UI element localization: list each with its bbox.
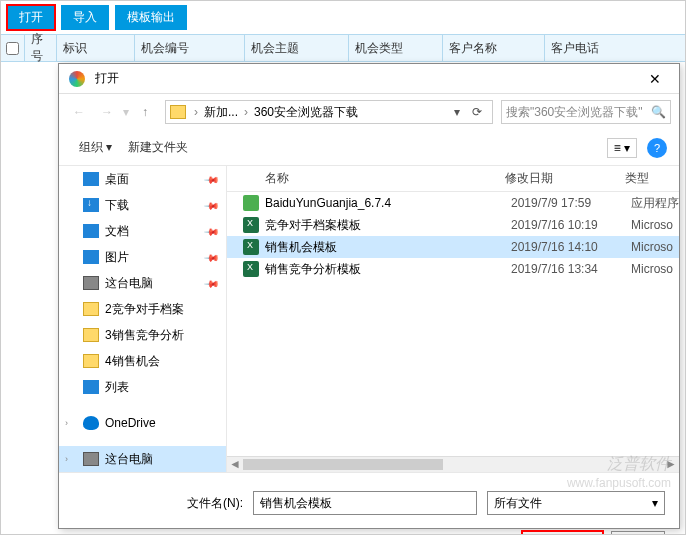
app-icon <box>69 71 85 87</box>
file-date: 2019/7/9 17:59 <box>511 196 631 210</box>
pin-icon: 📌 <box>204 249 220 265</box>
folder-icon <box>83 302 99 316</box>
sidebar-item-desktop[interactable]: 桌面📌 <box>59 166 226 192</box>
sidebar-item-list[interactable]: 列表 <box>59 374 226 400</box>
breadcrumb[interactable]: › 新加... › 360安全浏览器下载 ▾ ⟳ <box>165 100 493 124</box>
file-name: 销售竞争分析模板 <box>265 261 511 278</box>
pin-icon: 📌 <box>204 197 220 213</box>
file-list: 名称 修改日期 类型 BaiduYunGuanjia_6.7.4 2019/7/… <box>227 166 679 472</box>
chevron-right-icon: › <box>192 105 200 119</box>
dialog-navbar: ← → ▾ ↑ › 新加... › 360安全浏览器下载 ▾ ⟳ 搜索"360安… <box>59 94 679 130</box>
sidebar-item-this-pc[interactable]: 这台电脑📌 <box>59 270 226 296</box>
folder-icon <box>83 328 99 342</box>
file-type: Microso <box>631 262 679 276</box>
list-icon <box>83 380 99 394</box>
file-name: BaiduYunGuanjia_6.7.4 <box>265 196 511 210</box>
nav-forward-icon[interactable]: → <box>95 100 119 124</box>
chevron-right-icon: › <box>242 105 250 119</box>
sidebar-item-folder[interactable]: 3销售竞争分析 <box>59 322 226 348</box>
xls-file-icon <box>243 239 259 255</box>
nav-up-icon[interactable]: ↑ <box>133 100 157 124</box>
view-mode-button[interactable]: ≡ ▾ <box>607 138 637 158</box>
sidebar-item-download[interactable]: 下载📌 <box>59 192 226 218</box>
folder-icon <box>170 105 186 119</box>
help-icon[interactable]: ? <box>647 138 667 158</box>
file-date: 2019/7/16 14:10 <box>511 240 631 254</box>
col-cust-name[interactable]: 客户名称 <box>443 35 545 61</box>
file-name: 竞争对手档案模板 <box>265 217 511 234</box>
dialog-footer: 文件名(N): 所有文件▾ 打开(O)▾ 取消 <box>59 472 679 535</box>
refresh-icon[interactable]: ⟳ <box>466 105 488 119</box>
pin-icon: 📌 <box>204 223 220 239</box>
file-row[interactable]: 销售机会模板 2019/7/16 14:10 Microso <box>227 236 679 258</box>
chevron-right-icon[interactable]: › <box>65 454 68 464</box>
file-row[interactable]: 竞争对手档案模板 2019/7/16 10:19 Microso <box>227 214 679 236</box>
file-open-dialog: 打开 ✕ ← → ▾ ↑ › 新加... › 360安全浏览器下载 ▾ ⟳ 搜索… <box>58 63 680 529</box>
scrollbar-thumb[interactable] <box>243 459 443 470</box>
pc-icon <box>83 452 99 466</box>
dialog-titlebar: 打开 ✕ <box>59 64 679 94</box>
pc-icon <box>83 276 99 290</box>
col-opp-type[interactable]: 机会类型 <box>349 35 443 61</box>
open-file-button[interactable]: 打开(O)▾ <box>522 531 603 535</box>
cloud-icon <box>83 416 99 430</box>
search-input[interactable]: 搜索"360安全浏览器下载" 🔍 <box>501 100 671 124</box>
sidebar-item-pictures[interactable]: 图片📌 <box>59 244 226 270</box>
filename-input[interactable] <box>253 491 477 515</box>
select-all-checkbox[interactable] <box>1 35 25 61</box>
col-seq[interactable]: 序号 <box>25 35 57 61</box>
open-button[interactable]: 打开 <box>7 5 55 30</box>
breadcrumb-seg[interactable]: 新加... <box>200 104 242 121</box>
xls-file-icon <box>243 217 259 233</box>
pin-icon: 📌 <box>204 171 220 187</box>
col-name[interactable]: 名称 <box>227 170 495 187</box>
filename-label: 文件名(N): <box>73 495 243 512</box>
col-type[interactable]: 类型 <box>615 170 679 187</box>
cancel-button[interactable]: 取消 <box>611 531 665 535</box>
organize-button[interactable]: 组织 ▾ <box>71 135 120 160</box>
dialog-title: 打开 <box>91 70 635 87</box>
file-date: 2019/7/16 10:19 <box>511 218 631 232</box>
chevron-right-icon[interactable]: › <box>65 418 68 428</box>
col-date[interactable]: 修改日期 <box>495 170 615 187</box>
chevron-down-icon: ▾ <box>652 496 658 510</box>
breadcrumb-seg[interactable]: 360安全浏览器下载 <box>250 104 362 121</box>
file-type: Microso <box>631 218 679 232</box>
file-filter-select[interactable]: 所有文件▾ <box>487 491 665 515</box>
dialog-sidebar: 桌面📌 下载📌 文档📌 图片📌 这台电脑📌 2竞争对手档案 3销售竞争分析 4销… <box>59 166 227 472</box>
file-name: 销售机会模板 <box>265 239 511 256</box>
import-button[interactable]: 导入 <box>61 5 109 30</box>
file-type: 应用程序 <box>631 195 679 212</box>
pictures-icon <box>83 250 99 264</box>
desktop-icon <box>83 172 99 186</box>
template-export-button[interactable]: 模板输出 <box>115 5 187 30</box>
table-header: 序号 标识 机会编号 机会主题 机会类型 客户名称 客户电话 <box>1 34 685 62</box>
sidebar-item-folder[interactable]: 4销售机会 <box>59 348 226 374</box>
app-toolbar: 打开 导入 模板输出 <box>1 1 685 34</box>
search-icon[interactable]: 🔍 <box>651 105 666 119</box>
file-row[interactable]: 销售竞争分析模板 2019/7/16 13:34 Microso <box>227 258 679 280</box>
close-icon[interactable]: ✕ <box>635 71 675 87</box>
col-opp-num[interactable]: 机会编号 <box>135 35 245 61</box>
sidebar-item-onedrive[interactable]: ›OneDrive <box>59 410 226 436</box>
col-cust-phone[interactable]: 客户电话 <box>545 35 645 61</box>
document-icon <box>83 224 99 238</box>
col-mark[interactable]: 标识 <box>57 35 135 61</box>
new-folder-button[interactable]: 新建文件夹 <box>120 135 196 160</box>
file-row[interactable]: BaiduYunGuanjia_6.7.4 2019/7/9 17:59 应用程… <box>227 192 679 214</box>
sidebar-item-folder[interactable]: 2竞争对手档案 <box>59 296 226 322</box>
folder-icon <box>83 354 99 368</box>
breadcrumb-dropdown-icon[interactable]: ▾ <box>448 105 466 119</box>
dialog-toolbar: 组织 ▾ 新建文件夹 ≡ ▾ ? <box>59 130 679 166</box>
sidebar-item-documents[interactable]: 文档📌 <box>59 218 226 244</box>
col-opp-subj[interactable]: 机会主题 <box>245 35 349 61</box>
scroll-left-icon[interactable]: ◄ <box>227 457 243 472</box>
file-type: Microso <box>631 240 679 254</box>
horizontal-scrollbar[interactable]: ◄ ► <box>227 456 679 472</box>
file-list-header: 名称 修改日期 类型 <box>227 166 679 192</box>
xls-file-icon <box>243 261 259 277</box>
nav-back-icon[interactable]: ← <box>67 100 91 124</box>
exe-file-icon <box>243 195 259 211</box>
sidebar-item-this-pc[interactable]: ›这台电脑 <box>59 446 226 472</box>
scroll-right-icon[interactable]: ► <box>663 457 679 472</box>
